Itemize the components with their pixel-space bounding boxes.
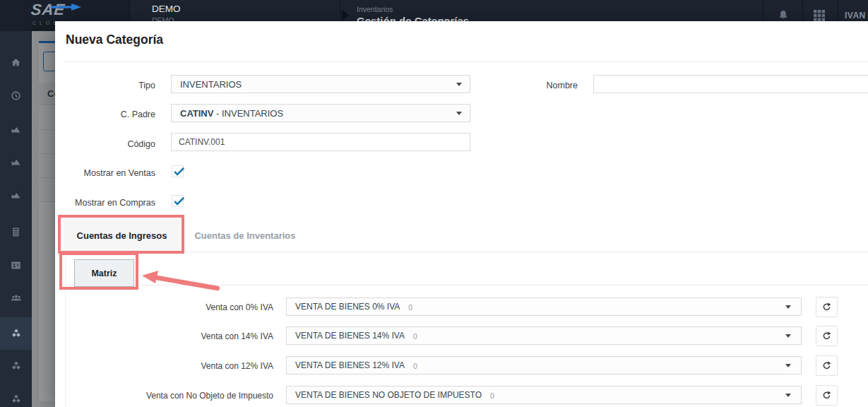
tipo-select-value: INVENTARIOS [180,79,242,90]
mostrar-en-compras-checkbox[interactable] [172,195,184,207]
mostrar-en-ventas-label: Mostrar en Ventas [55,168,155,178]
refresh-icon [821,331,832,341]
divider [64,252,868,252]
c-padre-select[interactable]: CATINV - INVENTARIOS [171,104,470,122]
users-icon [10,292,23,305]
sidebar-item-clock[interactable] [0,79,32,112]
refresh-button[interactable] [816,355,838,376]
tab-cuentas-de-inventarios[interactable]: Cuentas de Inventarios [180,219,310,252]
select-value: VENTA DE BIENES NO OBJETO DE IMPUESTO [295,390,482,400]
venta-12-iva-label: Venta con 12% IVA [55,361,273,371]
divider [65,285,868,285]
select-value: VENTA DE BIENES 14% IVA [295,331,405,341]
sidebar-item-users[interactable] [0,282,32,314]
nombre-label: Nombre [493,81,578,90]
refresh-icon [821,360,832,371]
checkmark-icon [172,194,186,208]
venta-14-iva-select[interactable]: VENTA DE BIENES 14% IVA 0 [286,326,802,345]
chevron-down-icon [785,305,791,309]
venta-no-objeto-label: Venta con No Objeto de Impuesto [55,391,273,401]
c-padre-code: CATINV [180,108,213,119]
sidebar-nav [0,31,32,407]
area-chart-icon [10,123,22,135]
refresh-icon [821,302,832,312]
area-chart-icon [10,155,22,167]
clock-icon [10,90,22,102]
nueva-categoria-modal: Nueva Categoría Tipo INVENTARIOS C. Padr… [55,21,868,407]
refresh-button[interactable] [816,326,838,346]
venta-no-objeto-select[interactable]: VENTA DE BIENES NO OBJETO DE IMPUESTO 0 [286,386,802,404]
mostrar-en-ventas-checkbox[interactable] [172,165,184,177]
sidebar-item-home[interactable] [0,46,32,78]
mostrar-en-compras-label: Mostrar en Compras [55,198,155,208]
app-screen: SAE CLOUD DEMO DEMO Inventarios Gestión … [0,0,868,407]
chevron-down-icon [456,83,462,86]
codigo-input[interactable] [171,133,470,151]
cubes-icon [10,327,23,340]
select-count: 0 [413,332,417,341]
company-name: DEMO [152,4,181,14]
c-padre-label: C. Padre [55,110,155,119]
venta-0-iva-label: Venta con 0% IVA [55,302,273,312]
area-chart-icon [10,189,22,201]
cubes-icon [10,360,23,372]
home-icon [10,57,22,69]
sidebar-item-inventory-1[interactable] [0,317,32,350]
divider [65,252,66,407]
chevron-down-icon [785,334,791,338]
tab-cuentas-de-ingresos[interactable]: Cuentas de Ingresos [64,219,180,252]
venta-0-iva-select[interactable]: VENTA DE BIENES 0% IVA 0 [286,297,802,316]
sidebar-item-contacts[interactable] [0,249,32,281]
nombre-input[interactable] [593,75,868,93]
refresh-button[interactable] [816,385,838,406]
c-padre-name: - INVENTARIOS [213,108,283,119]
sidebar-item-chart-3[interactable] [0,178,32,211]
sidebar-item-calculator[interactable] [0,216,32,248]
venta-12-iva-select[interactable]: VENTA DE BIENES 12% IVA 0 [286,356,802,374]
refresh-icon [821,390,832,401]
chevron-down-icon [785,394,791,397]
annotation-arrow-icon [138,269,227,293]
sidebar-item-inventory-3[interactable] [0,383,32,407]
select-count: 0 [408,303,412,312]
codigo-label: Código [55,139,155,149]
select-value: VENTA DE BIENES 0% IVA [295,302,400,312]
select-count: 0 [490,391,494,400]
refresh-button[interactable] [816,297,838,317]
matriz-button[interactable]: Matriz [74,259,134,287]
cubes-icon [10,393,23,406]
tipo-select[interactable]: INVENTARIOS [171,75,470,93]
divider [64,61,868,62]
sidebar-item-inventory-2[interactable] [0,350,32,382]
sidebar-item-chart-1[interactable] [0,112,32,145]
calculator-icon [10,226,22,238]
user-menu[interactable]: IVAN [845,11,866,20]
logo-arrow-icon [51,4,82,12]
select-value: VENTA DE BIENES 12% IVA [295,360,405,370]
venta-14-iva-label: Venta con 14% IVA [55,331,273,341]
tipo-label: Tipo [55,81,155,90]
chevron-down-icon [456,112,462,115]
breadcrumb: Inventarios [357,5,393,13]
modal-title: Nueva Categoría [66,33,163,47]
checkmark-icon [172,165,186,178]
sidebar-item-chart-2[interactable] [0,145,32,177]
chevron-down-icon [785,364,791,367]
breadcrumb-chevron-icon [342,10,350,20]
contact-card-icon [10,259,22,271]
select-count: 0 [413,362,417,370]
